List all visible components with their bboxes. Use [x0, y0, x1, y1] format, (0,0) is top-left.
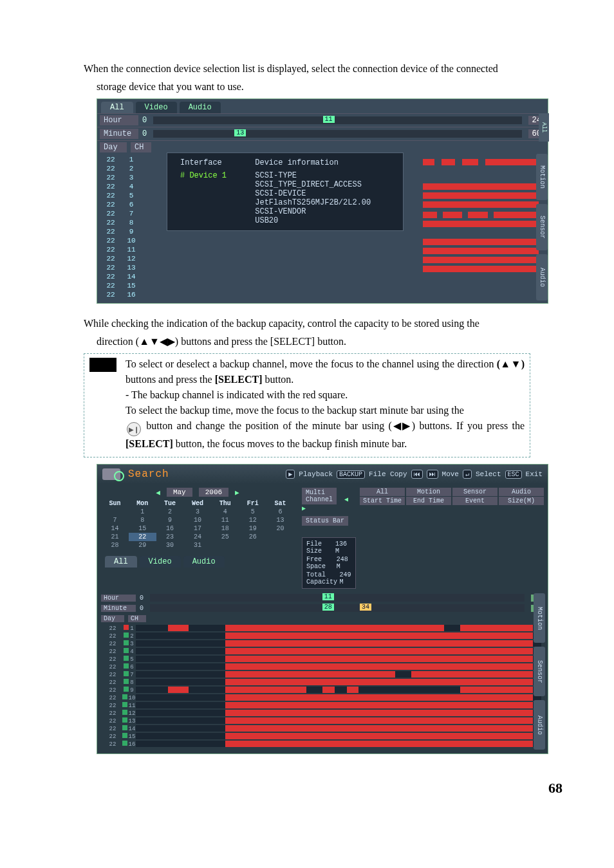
channel-prev-icon[interactable]: ◀ [344, 496, 348, 503]
activity-bars [423, 159, 539, 275]
minute-start-marker[interactable]: 28 [322, 604, 334, 611]
play-icon: ▶❙ [127, 422, 141, 436]
toolbar: ▶Playback BACKUPFile Copy ⏮⏭Move ↵Select… [286, 470, 543, 479]
device-entry[interactable]: # Device 1 [176, 170, 250, 226]
paragraph: When the connection device selection lis… [84, 62, 569, 76]
ch-column: 12345678910111213141516 [122, 155, 141, 299]
multi-label: MultiChannel [302, 488, 337, 504]
center-panel: MultiChannel ◀ ▶ Status Bar File Size136… [298, 484, 360, 593]
search-title: Search [128, 468, 169, 480]
prev-key[interactable]: ⏮ [411, 470, 423, 479]
side-tab-all[interactable]: All [539, 113, 549, 142]
filecopy-label: File Copy [369, 470, 407, 478]
modal-header-info: Device information [251, 157, 394, 169]
total-capacity-label: Total Capacity [306, 571, 340, 586]
free-space-value: 248 M [337, 556, 351, 570]
col-motion[interactable]: Motion [406, 488, 451, 496]
hour-bar[interactable]: 11 [150, 594, 525, 602]
select-label: Select [476, 470, 501, 478]
channel-next-icon[interactable]: ▶ [302, 505, 306, 512]
exit-label: Exit [526, 470, 543, 478]
col-end: End Time [406, 497, 451, 505]
status-bar-label: Status Bar [302, 516, 348, 526]
paragraph: direction (▲▼◀▶) buttons and press the [… [84, 335, 569, 349]
calendar: ◀ May 2006 ▶ SunMonTueWedThuFriSat123456… [97, 484, 298, 593]
device-selection-screenshot: All Video Audio Hour 0 11 24 Minute 0 13… [97, 98, 548, 304]
side-tab-sensor[interactable]: Sensor [536, 204, 548, 250]
device-info-values: SCSI-TYPESCSI_TYPE_DIRECT_ACCESSSCSI-DEV… [251, 170, 394, 226]
side-tab-audio[interactable]: Audio [536, 254, 548, 300]
minute-label: Minute [101, 605, 136, 612]
tab-all[interactable]: All [101, 102, 133, 113]
esc-key[interactable]: ESC [505, 470, 522, 479]
side-tab-sensor[interactable]: Sensor [534, 647, 545, 696]
day-column: 22222222222222222222222222222222 [104, 625, 122, 748]
hour-label: Hour [100, 115, 138, 125]
device-info-dialog: Interface Device information # Device 1 … [167, 152, 404, 231]
minute-start: 0 [140, 605, 144, 612]
playback-label: Playback [299, 470, 333, 478]
total-capacity-value: 249 M [340, 571, 351, 586]
tab-video[interactable]: Video [140, 556, 181, 568]
day-label: Day [100, 142, 127, 152]
search-screenshot: Search ▶Playback BACKUPFile Copy ⏮⏭Move … [97, 464, 548, 754]
hour-marker[interactable]: 11 [323, 116, 335, 123]
window-icon [102, 468, 120, 480]
calendar-grid[interactable]: SunMonTueWedThuFriSat1234567891011121314… [101, 499, 294, 549]
side-tab-audio[interactable]: Audio [534, 700, 545, 750]
side-tab-motion[interactable]: Motion [536, 154, 548, 200]
day-label: Day [101, 615, 124, 622]
file-size-value: 136 M [335, 540, 351, 555]
ch-label: CH [128, 615, 146, 622]
file-size-panel: File Size136 M Free Space248 M Total Cap… [302, 537, 356, 589]
paragraph: storage device that you want to use. [84, 80, 569, 94]
col-size: Size(M) [499, 497, 544, 505]
cal-month[interactable]: May [167, 488, 192, 497]
select-key[interactable]: ↵ [463, 470, 472, 479]
side-tab-motion[interactable]: Motion [534, 593, 545, 643]
timeline-area: Interface Device information # Device 1 … [141, 155, 545, 299]
side-tabs: Motion Sensor Audio [534, 593, 545, 750]
playback-key[interactable]: ▶ [286, 470, 295, 479]
tab-all[interactable]: All [105, 556, 137, 568]
ch-label: CH [131, 142, 151, 152]
cal-next-icon[interactable]: ▶ [235, 488, 239, 497]
hour-bar[interactable]: 11 [153, 116, 521, 124]
page-number: 68 [45, 780, 569, 797]
tab-audio[interactable]: Audio [183, 556, 225, 568]
backup-key[interactable]: BACKUP [337, 470, 365, 479]
file-size-label: File Size [306, 540, 335, 555]
paragraph: While checking the indication of the bac… [84, 317, 569, 331]
day-column: 22222222222222222222222222222222 [100, 155, 122, 299]
cal-prev-icon[interactable]: ◀ [156, 488, 160, 497]
minute-marker[interactable]: 13 [234, 129, 246, 136]
minute-label: Minute [100, 129, 138, 139]
col-audio[interactable]: Audio [499, 488, 544, 496]
minute-start: 0 [142, 129, 147, 138]
note-text: To select or deselect a backup channel, … [126, 356, 525, 452]
backup-columns: All Motion Sensor Audio Start Time End T… [360, 484, 548, 593]
free-space-label: Free Space [306, 556, 337, 570]
minute-end-marker[interactable]: 34 [360, 604, 371, 611]
col-sensor[interactable]: Sensor [452, 488, 498, 496]
minute-bar[interactable]: 13 [153, 130, 521, 138]
modal-header-interface: Interface [176, 157, 250, 169]
tab-audio[interactable]: Audio [180, 102, 221, 113]
next-key[interactable]: ⏭ [427, 470, 438, 479]
col-event: Event [452, 497, 498, 505]
col-all[interactable]: All [360, 488, 405, 496]
tab-video[interactable]: Video [136, 102, 177, 113]
minute-bar[interactable]: 2834 [150, 604, 525, 612]
cal-year[interactable]: 2006 [199, 488, 228, 497]
side-tabs: Motion Sensor Audio [536, 154, 548, 300]
move-label: Move [442, 470, 459, 478]
col-start: Start Time [360, 497, 405, 505]
note-marker [89, 358, 116, 372]
ch-column: 12345678910111213141516 [122, 625, 136, 748]
timeline-panel: Hour01124 Minute0283460All DayCH 2222222… [97, 593, 548, 753]
hour-start: 0 [142, 116, 147, 125]
hour-marker[interactable]: 11 [322, 593, 334, 600]
hour-start: 0 [140, 595, 144, 602]
hour-label: Hour [101, 595, 136, 602]
channel-bars[interactable] [136, 625, 541, 748]
